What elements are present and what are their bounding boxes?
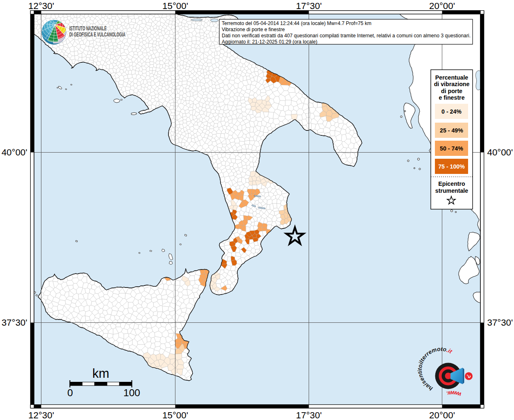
svg-text:DI GEOFISICA E VULCANOLOGIA: DI GEOFISICA E VULCANOLOGIA [69, 31, 125, 38]
svg-text:12°30': 12°30' [28, 1, 54, 11]
svg-text:12°30': 12°30' [28, 410, 54, 420]
svg-text:di vibrazione: di vibrazione [434, 81, 470, 87]
svg-text:0: 0 [67, 387, 73, 398]
svg-text:Aggiornato il: 21-12-2025 01:2: Aggiornato il: 21-12-2025 01:29 (ora loc… [222, 39, 317, 45]
svg-text:100: 100 [123, 387, 140, 398]
svg-text:e finestre: e finestre [439, 94, 464, 101]
svg-text:17°30': 17°30' [296, 1, 322, 11]
svg-text:km: km [92, 366, 109, 381]
svg-text:15°00': 15°00' [162, 1, 188, 11]
svg-text:ISTITUTO NAZIONALE: ISTITUTO NAZIONALE [69, 25, 107, 32]
svg-text:Dati non verificati estratti d: Dati non verificati estratti da 407 ques… [222, 33, 471, 39]
svg-text:Vibrazione di porte e finestre: Vibrazione di porte e finestre [222, 27, 285, 32]
svg-text:37°30': 37°30' [2, 317, 27, 328]
svg-text:20°00': 20°00' [429, 410, 455, 420]
svg-text:37°30': 37°30' [487, 317, 513, 328]
svg-text:strumentale: strumentale [435, 187, 469, 194]
svg-text:0 - 24%: 0 - 24% [441, 108, 462, 115]
svg-text:25 - 49%: 25 - 49% [440, 127, 463, 134]
svg-text:17°30': 17°30' [296, 410, 322, 420]
svg-text:40°00': 40°00' [2, 147, 27, 158]
svg-text:75 - 100%: 75 - 100% [438, 163, 465, 170]
svg-text:15°00': 15°00' [162, 410, 188, 420]
svg-text:50 - 74%: 50 - 74% [440, 145, 463, 152]
svg-text:Percentuale: Percentuale [435, 74, 469, 81]
svg-text:Terremoto del 05-04-2014 12:24: Terremoto del 05-04-2014 12:24:44 (ora l… [222, 21, 371, 26]
svg-text:di porte: di porte [441, 88, 462, 94]
svg-text:40°00': 40°00' [487, 147, 513, 158]
svg-text:20°00': 20°00' [429, 1, 455, 11]
svg-text:Epicentro: Epicentro [438, 180, 465, 187]
